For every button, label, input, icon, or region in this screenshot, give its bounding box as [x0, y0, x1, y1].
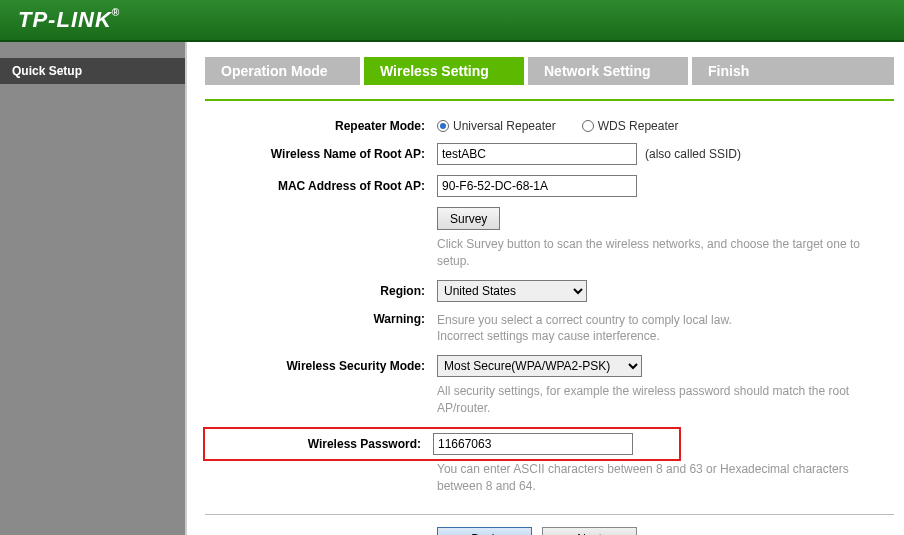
- brand-logo: TP-LINK®: [18, 7, 120, 33]
- tab-wireless-setting[interactable]: Wireless Setting: [364, 57, 524, 85]
- wds-repeater-text: WDS Repeater: [598, 119, 679, 133]
- divider: [205, 99, 894, 101]
- region-label: Region:: [205, 284, 437, 298]
- radio-universal-repeater[interactable]: Universal Repeater: [437, 119, 556, 133]
- password-hint: You can enter ASCII characters between 8…: [437, 461, 894, 495]
- password-label: Wireless Password:: [205, 437, 433, 451]
- repeater-mode-label: Repeater Mode:: [205, 119, 437, 133]
- password-input[interactable]: [433, 433, 633, 455]
- survey-button[interactable]: Survey: [437, 207, 500, 230]
- sidebar-item-quick-setup[interactable]: Quick Setup: [0, 58, 185, 84]
- sidebar: Quick Setup: [0, 42, 185, 535]
- wizard-tabs: Operation Mode Wireless Setting Network …: [205, 57, 894, 85]
- universal-repeater-text: Universal Repeater: [453, 119, 556, 133]
- region-select[interactable]: United States: [437, 280, 587, 302]
- radio-wds-repeater[interactable]: WDS Repeater: [582, 119, 679, 133]
- tab-operation-mode[interactable]: Operation Mode: [205, 57, 360, 85]
- security-mode-label: Wireless Security Mode:: [205, 359, 437, 373]
- ssid-label: Wireless Name of Root AP:: [205, 147, 437, 161]
- next-button[interactable]: Next: [542, 527, 637, 535]
- main-panel: Operation Mode Wireless Setting Network …: [187, 42, 904, 535]
- security-hint: All security settings, for example the w…: [437, 383, 894, 417]
- ssid-aside: (also called SSID): [645, 147, 741, 161]
- password-highlight: Wireless Password:: [203, 427, 681, 461]
- tab-finish[interactable]: Finish: [692, 57, 894, 85]
- mac-label: MAC Address of Root AP:: [205, 179, 437, 193]
- back-button[interactable]: Back: [437, 527, 532, 535]
- app-header: TP-LINK®: [0, 0, 904, 42]
- survey-hint: Click Survey button to scan the wireless…: [437, 236, 894, 270]
- ssid-input[interactable]: [437, 143, 637, 165]
- tab-network-setting[interactable]: Network Setting: [528, 57, 688, 85]
- divider-bottom: [205, 514, 894, 515]
- warning-label: Warning:: [205, 312, 437, 326]
- mac-input[interactable]: [437, 175, 637, 197]
- security-mode-select[interactable]: Most Secure(WPA/WPA2-PSK): [437, 355, 642, 377]
- warning-text: Ensure you select a correct country to c…: [437, 312, 894, 346]
